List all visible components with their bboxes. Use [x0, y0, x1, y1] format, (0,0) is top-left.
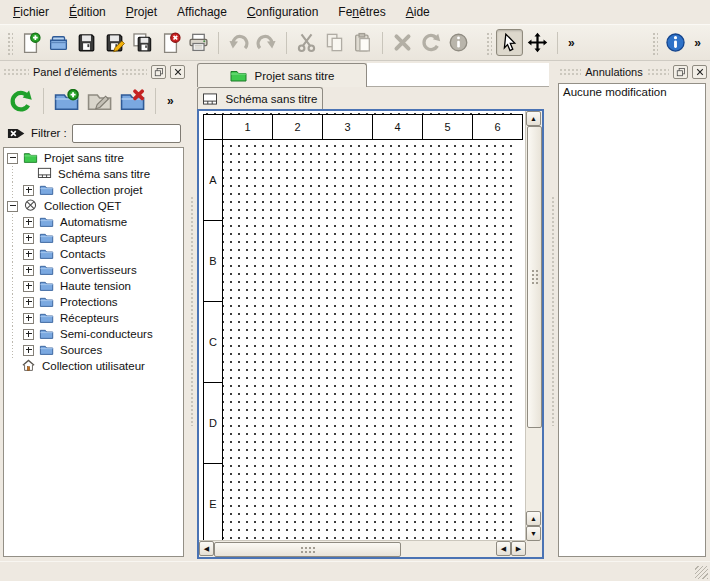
dock-grip[interactable] — [121, 68, 147, 76]
tree-item-collection-utilisateur[interactable]: Collection utilisateur — [4, 358, 183, 374]
close-button[interactable] — [157, 29, 184, 56]
redo-icon — [256, 32, 277, 53]
tree-item-projet-sans-titre[interactable]: Projet sans titre — [4, 150, 183, 166]
scroll-up-button-2[interactable]: ▲ — [526, 511, 541, 526]
menu-fichier[interactable]: Fichier — [4, 2, 58, 22]
toolbar-overflow-chevron[interactable]: » — [690, 36, 705, 50]
expand-expander-icon[interactable] — [23, 297, 34, 308]
tree-item-recepteurs[interactable]: Récepteurs — [4, 310, 183, 326]
menu-affichage[interactable]: Affichage — [168, 2, 236, 22]
tree-item-haute-tension[interactable]: Haute tension — [4, 278, 183, 294]
select-tool-button[interactable] — [496, 29, 523, 56]
expand-expander-icon[interactable] — [23, 265, 34, 276]
diagram-info-button[interactable] — [662, 29, 689, 56]
expand-expander-icon[interactable] — [23, 217, 34, 228]
undo-history-item[interactable]: Aucune modification — [560, 85, 704, 99]
tree-item-protections[interactable]: Protections — [4, 294, 183, 310]
tree-item-contacts[interactable]: Contacts — [4, 246, 183, 262]
dock-grip[interactable] — [559, 68, 581, 76]
paste-button[interactable] — [349, 29, 376, 56]
schema-icon — [202, 93, 218, 105]
vertical-scroll-track[interactable] — [526, 126, 542, 511]
tree-item-schema-sans-titre[interactable]: Schéma sans titre — [4, 166, 183, 182]
rotate-button[interactable] — [417, 29, 444, 56]
element-info-button[interactable] — [445, 29, 472, 56]
clear-filter-button[interactable] — [7, 126, 26, 141]
print-button[interactable] — [185, 29, 212, 56]
tree-item-label: Convertisseurs — [60, 264, 137, 276]
toolbar-handle[interactable] — [6, 31, 13, 55]
horizontal-scroll-track[interactable] — [214, 541, 496, 557]
open-button[interactable] — [45, 29, 72, 56]
save-all-button[interactable] — [129, 29, 156, 56]
toolbar-handle[interactable] — [651, 31, 658, 55]
expand-expander-icon[interactable] — [23, 233, 34, 244]
scroll-left-button[interactable]: ◀ — [199, 541, 214, 556]
delete-button[interactable] — [389, 29, 416, 56]
expand-expander-icon[interactable] — [23, 313, 34, 324]
column-header-1: 1 — [222, 114, 273, 140]
scroll-up-button[interactable]: ▲ — [526, 111, 541, 126]
close-panel-button[interactable] — [170, 65, 185, 79]
edit-category-button[interactable] — [84, 86, 115, 117]
reload-collections-button[interactable] — [5, 86, 36, 117]
vertical-scrollbar[interactable]: ▲ ▲ ▼ — [525, 111, 542, 541]
dock-grip[interactable] — [3, 68, 29, 76]
home-icon — [20, 359, 37, 373]
tree-item-label: Protections — [60, 296, 118, 308]
dock-grip[interactable] — [647, 68, 669, 76]
tree-item-convertisseurs[interactable]: Convertisseurs — [4, 262, 183, 278]
redo-button[interactable] — [253, 29, 280, 56]
menu-projet[interactable]: Projet — [117, 2, 166, 22]
new-category-button[interactable] — [51, 86, 82, 117]
menu-aide[interactable]: Aide — [397, 2, 439, 22]
splitter-right[interactable] — [549, 61, 556, 561]
tab-schema[interactable]: Schéma sans titre — [197, 87, 323, 109]
splitter-left[interactable] — [188, 61, 195, 561]
menu-edition[interactable]: Édition — [60, 2, 115, 22]
scroll-down-button[interactable]: ▼ — [526, 526, 541, 541]
close-panel-button[interactable] — [692, 65, 707, 79]
toolbar-overflow-chevron[interactable]: » — [163, 94, 178, 108]
collapse-expander-icon[interactable] — [7, 153, 18, 164]
expand-expander-icon[interactable] — [23, 185, 34, 196]
toolbar-handle[interactable] — [485, 31, 492, 55]
schema-icon — [36, 167, 53, 181]
toolbar-overflow-chevron[interactable]: » — [564, 36, 579, 50]
expand-expander-icon[interactable] — [23, 249, 34, 260]
new-button[interactable] — [17, 29, 44, 56]
expand-expander-icon[interactable] — [23, 329, 34, 340]
save-as-button[interactable] — [101, 29, 128, 56]
vertical-scroll-thumb[interactable] — [527, 126, 542, 428]
filter-input[interactable] — [72, 124, 181, 143]
expand-expander-icon[interactable] — [23, 281, 34, 292]
collapse-expander-icon[interactable] — [7, 201, 18, 212]
float-panel-button[interactable] — [673, 65, 688, 79]
save-button[interactable] — [73, 29, 100, 56]
scroll-left-button-2[interactable]: ◀ — [496, 541, 511, 556]
tab-project[interactable]: Projet sans titre — [197, 63, 367, 87]
tree-item-collection-projet[interactable]: Collection projet — [4, 182, 183, 198]
cut-button[interactable] — [293, 29, 320, 56]
menu-configuration[interactable]: Configuration — [238, 2, 327, 22]
window-resize-grip[interactable] — [695, 566, 708, 579]
toolbar-separator — [382, 32, 383, 54]
main-area: Panel d'éléments » Filtrer : Projet sans… — [0, 61, 710, 561]
undo-button[interactable] — [225, 29, 252, 56]
delete-category-button[interactable] — [117, 86, 148, 117]
horizontal-scroll-thumb[interactable] — [214, 542, 401, 557]
scroll-right-button[interactable]: ▶ — [511, 541, 526, 556]
horizontal-scrollbar[interactable]: ◀ ◀ ▶ — [199, 540, 526, 557]
tree-item-sources[interactable]: Sources — [4, 342, 183, 358]
close-icon — [697, 69, 703, 75]
menu-fenetres[interactable]: Fenêtres — [329, 2, 394, 22]
tree-item-capteurs[interactable]: Capteurs — [4, 230, 183, 246]
move-tool-button[interactable] — [524, 29, 551, 56]
tree-item-semi-conducteurs[interactable]: Semi-conducteurs — [4, 326, 183, 342]
tree-item-automatisme[interactable]: Automatisme — [4, 214, 183, 230]
float-panel-button[interactable] — [151, 65, 166, 79]
copy-button[interactable] — [321, 29, 348, 56]
tree-item-collection-qet[interactable]: Collection QET — [4, 198, 183, 214]
expand-expander-icon[interactable] — [23, 345, 34, 356]
diagram-canvas[interactable]: 123456 ABCDE — [199, 111, 526, 541]
